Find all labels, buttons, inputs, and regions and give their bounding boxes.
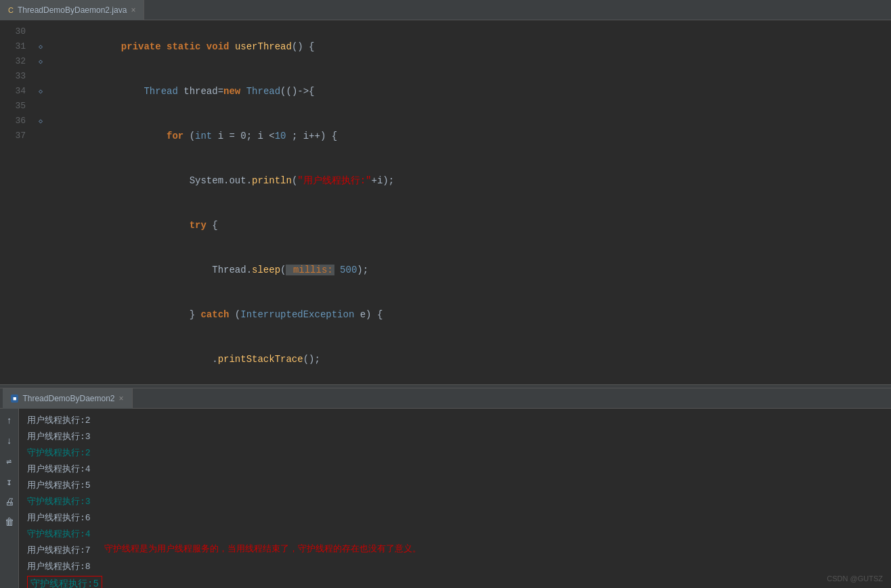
output-line-4: 用户线程执行:4 xyxy=(27,461,883,478)
console-tab-icon: ■ xyxy=(11,394,18,403)
gutter-36: ◇ xyxy=(36,114,45,129)
gutter-37 xyxy=(36,129,45,143)
line-num-36: 36 xyxy=(0,114,26,129)
line-num-33: 33 xyxy=(0,69,26,84)
editor-tab-label: ThreadDemoByDaemon2.java xyxy=(18,5,127,15)
editor-tab-close[interactable]: × xyxy=(131,5,135,15)
line-num-34: 34 xyxy=(0,84,26,99)
scroll-to-end-button[interactable]: ↧ xyxy=(3,475,16,489)
output-line-9: 用户线程执行:7 xyxy=(27,543,91,559)
code-line-33: System.out.println("用户线程执行:"+i); xyxy=(53,158,891,203)
print-button[interactable]: 🖨 xyxy=(3,495,16,509)
output-line-6: 守护线程执行:3 xyxy=(27,494,883,510)
csdn-watermark: CSDN @GUTSZ xyxy=(827,574,883,583)
code-line-37: .printStackTrace(); xyxy=(53,337,891,382)
console-tab[interactable]: ■ ThreadDemoByDaemon2 × xyxy=(3,388,133,409)
gutter-33 xyxy=(36,69,45,84)
line-num-37: 37 xyxy=(0,129,26,143)
line-num-35: 35 xyxy=(0,99,26,114)
annotation-text: 守护线程是为用户线程服务的，当用线程结束了，守护线程的存在也没有了意义。 xyxy=(104,543,421,555)
code-line-32: for (int i = 0; i <10 ; i++) { xyxy=(53,114,891,158)
output-line-1: 用户线程执行:2 xyxy=(27,413,883,429)
output-row-9: 用户线程执行:7 守护线程是为用户线程服务的，当用线程结束了，守护线程的存在也没… xyxy=(27,543,883,559)
output-line-2: 用户线程执行:3 xyxy=(27,429,883,445)
line-num-30: 30 xyxy=(0,24,26,39)
editor-area: C ThreadDemoByDaemon2.java × 30 31 32 33… xyxy=(0,0,891,384)
gutter-35 xyxy=(36,99,45,114)
java-file-icon: C xyxy=(8,6,14,14)
line-num-32: 32 xyxy=(0,54,26,69)
gutter-34: ◇ xyxy=(36,84,45,99)
code-line-35: Thread.sleep( millis: 500); xyxy=(53,248,891,292)
console-tab-close[interactable]: × xyxy=(119,394,124,403)
gutter-31: ◇ xyxy=(36,39,45,54)
scroll-down-button[interactable]: ↓ xyxy=(3,434,16,448)
editor-tab[interactable]: C ThreadDemoByDaemon2.java × xyxy=(0,0,144,20)
console-tab-label: ThreadDemoByDaemon2 xyxy=(22,394,114,403)
code-lines: private static void userThread() { Threa… xyxy=(47,23,891,382)
scroll-up-button[interactable]: ↑ xyxy=(3,414,16,428)
console-panel: ■ ThreadDemoByDaemon2 × ↑ ↓ ⇌ ↧ 🖨 🗑 用户线程… xyxy=(0,388,891,588)
code-line-30: private static void userThread() { xyxy=(53,24,891,69)
output-line-8: 守护线程执行:4 xyxy=(27,526,883,543)
code-line-31: Thread thread=new Thread(()->{ xyxy=(53,69,891,114)
code-line-36: } catch (InterruptedException e) { xyxy=(53,292,891,337)
editor-tab-bar: C ThreadDemoByDaemon2.java × xyxy=(0,0,891,20)
soft-wrap-button[interactable]: ⇌ xyxy=(3,455,16,468)
gutter-30 xyxy=(36,24,45,39)
output-line-5: 用户线程执行:5 xyxy=(27,478,883,494)
console-tab-bar: ■ ThreadDemoByDaemon2 × xyxy=(0,388,891,409)
console-output: 用户线程执行:2 用户线程执行:3 守护线程执行:2 用户线程执行:4 用户线程… xyxy=(19,409,891,588)
code-area: 30 31 32 33 34 35 36 37 ◇ ◇ ◇ ◇ private … xyxy=(0,20,891,384)
highlighted-daemon-line: 守护线程执行:5 xyxy=(27,575,883,588)
code-line-34: try { xyxy=(53,203,891,248)
line-num-31: 31 xyxy=(0,39,26,54)
gutter: ◇ ◇ ◇ ◇ xyxy=(34,23,47,382)
console-sidebar: ↑ ↓ ⇌ ↧ 🖨 🗑 xyxy=(0,409,19,588)
clear-button[interactable]: 🗑 xyxy=(3,516,16,529)
console-body: ↑ ↓ ⇌ ↧ 🖨 🗑 用户线程执行:2 用户线程执行:3 守护线程执行:2 用… xyxy=(0,409,891,588)
output-line-7: 用户线程执行:6 xyxy=(27,510,883,526)
line-numbers: 30 31 32 33 34 35 36 37 xyxy=(0,23,34,382)
output-line-10: 用户线程执行:8 xyxy=(27,559,883,575)
output-line-3: 守护线程执行:2 xyxy=(27,445,883,461)
gutter-32: ◇ xyxy=(36,54,45,69)
